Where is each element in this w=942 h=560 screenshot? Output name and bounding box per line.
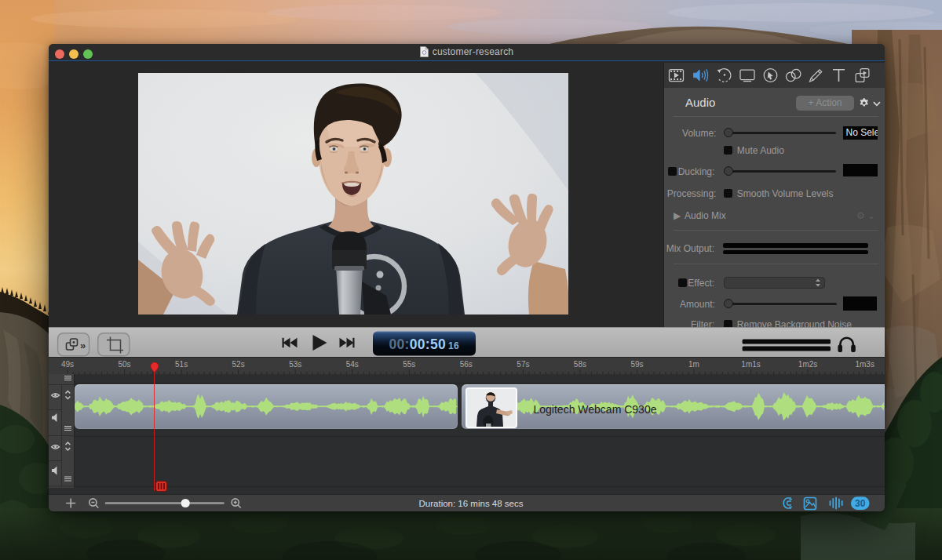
svg-text:Duration: 16 mins 48 secs: Duration: 16 mins 48 secs bbox=[419, 499, 524, 508]
svg-text:30: 30 bbox=[855, 498, 866, 509]
svg-text:»: » bbox=[80, 340, 86, 351]
